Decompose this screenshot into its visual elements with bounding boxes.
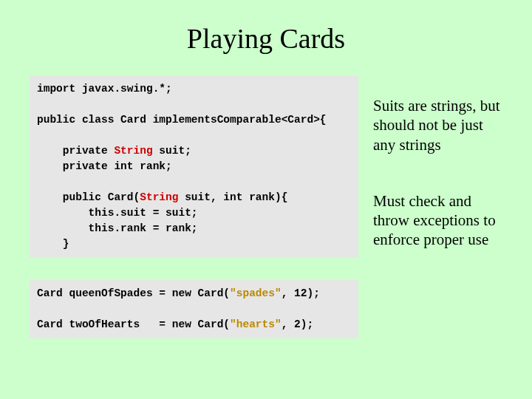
- code-type-string: String: [114, 145, 152, 157]
- code-string-literal: "hearts": [230, 318, 282, 330]
- code-line-part: , 2);: [282, 318, 314, 330]
- code-line: public class Card implementsComparable<C…: [37, 114, 327, 126]
- content-row: import javax.swing.*; public class Card …: [30, 75, 502, 338]
- code-line-part: private: [37, 145, 114, 157]
- code-line-part: Card queenOfSpades = new Card(: [37, 287, 230, 299]
- code-line-part: suit, int rank){: [178, 191, 287, 203]
- code-block-class: import javax.swing.*; public class Card …: [30, 75, 358, 258]
- annotation-column: Suits are strings, but should not be jus…: [373, 75, 502, 338]
- code-line-part: Card twoOfHearts = new Card(: [37, 318, 230, 330]
- code-type-string: String: [140, 191, 178, 203]
- code-line: this.suit = suit;: [37, 207, 198, 219]
- code-line: import javax.swing.*;: [37, 83, 172, 95]
- code-line-part: , 12);: [282, 287, 320, 299]
- annotation-bottom: Must check and throw exceptions to enfor…: [373, 191, 502, 250]
- code-line: private int rank;: [37, 160, 172, 172]
- code-line-part: suit;: [153, 145, 191, 157]
- code-block-usage: Card queenOfSpades = new Card("spades", …: [30, 280, 358, 338]
- code-column: import javax.swing.*; public class Card …: [30, 75, 358, 338]
- page-title: Playing Cards: [30, 22, 502, 55]
- annotation-top: Suits are strings, but should not be jus…: [373, 96, 502, 154]
- code-line: this.rank = rank;: [37, 222, 198, 234]
- code-line: }: [37, 238, 69, 250]
- code-string-literal: "spades": [230, 287, 282, 299]
- code-line-part: public Card(: [37, 191, 140, 203]
